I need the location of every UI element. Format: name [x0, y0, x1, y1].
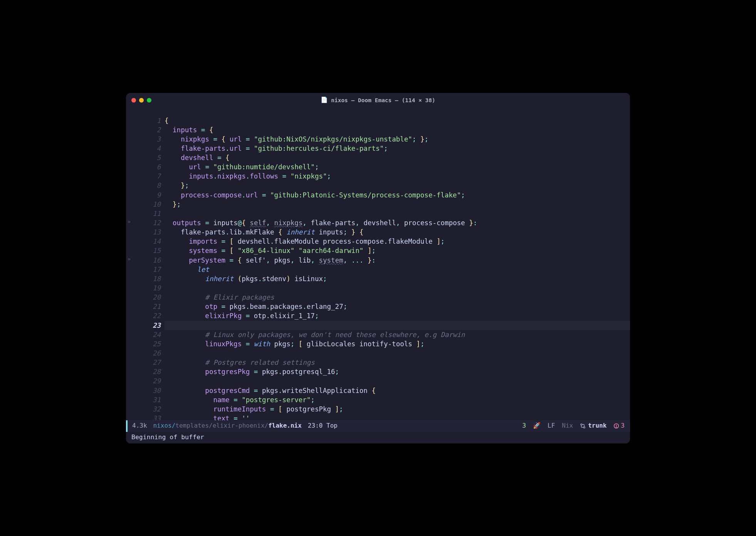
line-number: 32: [126, 405, 161, 414]
code-line[interactable]: otp = pkgs.beam.packages.erlang_27;: [165, 302, 630, 311]
window-title: 📄 nixos – Doom Emacs — (114 × 38): [321, 96, 435, 104]
code-line[interactable]: [165, 321, 630, 330]
svg-point-1: [584, 426, 585, 428]
code-line[interactable]: [165, 209, 630, 218]
fold-indicator-icon[interactable]: »: [128, 218, 131, 225]
vc-branch: trunk: [580, 421, 606, 430]
code-line[interactable]: name = "postgres-server";: [165, 395, 630, 405]
modeline: 4.3k nixos/templates/elixir-phoenix/flak…: [126, 420, 630, 432]
line-number: 1: [126, 116, 161, 125]
code-line[interactable]: [165, 349, 630, 358]
code-line[interactable]: let: [165, 265, 630, 274]
line-number: 2: [126, 125, 161, 135]
line-number: 5: [126, 153, 161, 162]
line-number: 24: [126, 330, 161, 339]
line-number: 28: [126, 367, 161, 376]
code-content[interactable]: { inputs = { nixpkgs = { url = "github:N…: [165, 116, 630, 420]
code-line[interactable]: imports = [ devshell.flakeModule process…: [165, 237, 630, 246]
code-line[interactable]: process-compose.url = "github:Platonic-S…: [165, 190, 630, 200]
line-number: 4: [126, 144, 161, 153]
encoding: LF: [548, 421, 555, 430]
line-number: 10: [126, 200, 161, 209]
code-line[interactable]: runtimeInputs = [ postgresPkg ];: [165, 405, 630, 414]
code-line[interactable]: postgresCmd = pkgs.writeShellApplication…: [165, 386, 630, 395]
lsp-count: 3: [522, 421, 526, 430]
line-number: 26: [126, 349, 161, 358]
line-number: 29: [126, 376, 161, 386]
editor-area[interactable]: 1 2 3 4 5 6 7 8 91011»12131415»161718192…: [126, 108, 630, 420]
svg-point-0: [581, 424, 582, 425]
line-number: 22: [126, 311, 161, 320]
code-line[interactable]: inherit (pkgs.stdenv) isLinux;: [165, 274, 630, 283]
zoom-icon[interactable]: [147, 98, 151, 103]
line-number: 7: [126, 172, 161, 181]
code-line[interactable]: perSystem = { self', pkgs, lib, system, …: [165, 256, 630, 265]
code-line[interactable]: nixpkgs = { url = "github:NixOS/nixpkgs/…: [165, 135, 630, 144]
code-line[interactable]: text = '': [165, 414, 630, 420]
line-number: 13: [126, 228, 161, 237]
modeline-accent-bar: [126, 420, 128, 432]
code-line[interactable]: # Elixir packages: [165, 293, 630, 302]
minimize-icon[interactable]: [139, 98, 144, 103]
error-icon: [613, 423, 619, 429]
error-count: 3: [613, 421, 625, 430]
line-number: »16: [126, 256, 161, 265]
code-line[interactable]: devshell = {: [165, 153, 630, 162]
line-number: 6: [126, 162, 161, 172]
code-line[interactable]: # Linux only packages, we don't need the…: [165, 330, 630, 339]
echo-area: Beginning of buffer: [126, 432, 630, 443]
title-text: nixos – Doom Emacs — (114 × 38): [331, 96, 435, 104]
file-icon: 📄: [321, 96, 328, 104]
titlebar: 📄 nixos – Doom Emacs — (114 × 38): [126, 93, 630, 108]
buffer-path: nixos/templates/elixir-phoenix/flake.nix: [153, 421, 302, 430]
fold-indicator-icon[interactable]: »: [128, 256, 131, 263]
traffic-lights: [131, 98, 151, 103]
code-line[interactable]: inputs.nixpkgs.follows = "nixpkgs";: [165, 172, 630, 181]
line-number: 21: [126, 302, 161, 311]
code-line[interactable]: linuxPkgs = with pkgs; [ glibcLocales in…: [165, 339, 630, 349]
code-line[interactable]: url = "github:numtide/devshell";: [165, 162, 630, 172]
line-number: 25: [126, 339, 161, 349]
line-number: 19: [126, 283, 161, 293]
rocket-icon: 🚀: [533, 421, 541, 430]
line-number: 20: [126, 293, 161, 302]
line-number: 11: [126, 209, 161, 218]
code-line[interactable]: };: [165, 181, 630, 190]
line-number: 3: [126, 135, 161, 144]
line-number: 31: [126, 395, 161, 405]
code-line[interactable]: };: [165, 200, 630, 209]
code-line[interactable]: inputs = {: [165, 125, 630, 135]
code-line[interactable]: outputs = inputs@{ self, nixpkgs, flake-…: [165, 218, 630, 228]
git-compare-icon: [580, 423, 586, 429]
code-line[interactable]: postgresPkg = pkgs.postgresql_16;: [165, 367, 630, 376]
line-number: 9: [126, 190, 161, 200]
line-number: 17: [126, 265, 161, 274]
code-line[interactable]: [165, 376, 630, 386]
svg-point-4: [616, 427, 617, 427]
line-number-gutter: 1 2 3 4 5 6 7 8 91011»12131415»161718192…: [126, 116, 165, 420]
line-number: 15: [126, 246, 161, 255]
line-number: 30: [126, 386, 161, 395]
line-number: 33: [126, 414, 161, 420]
line-number: 14: [126, 237, 161, 246]
code-line[interactable]: flake-parts.lib.mkFlake { inherit inputs…: [165, 228, 630, 237]
line-number: 8: [126, 181, 161, 190]
buffer-size: 4.3k: [132, 421, 147, 430]
line-number: 27: [126, 358, 161, 367]
close-icon[interactable]: [131, 98, 136, 103]
code-line[interactable]: elixirPkg = otp.elixir_1_17;: [165, 311, 630, 320]
code-line[interactable]: [165, 283, 630, 293]
line-number: 23: [126, 321, 161, 330]
code-line[interactable]: {: [165, 116, 630, 125]
cursor-position: 23:0 Top: [308, 421, 338, 430]
major-mode: Nix: [562, 421, 573, 430]
editor-window: 📄 nixos – Doom Emacs — (114 × 38) 1 2 3 …: [126, 93, 630, 443]
code-line[interactable]: systems = [ "x86_64-linux" "aarch64-darw…: [165, 246, 630, 255]
code-line[interactable]: flake-parts.url = "github:hercules-ci/fl…: [165, 144, 630, 153]
line-number: »12: [126, 218, 161, 228]
line-number: 18: [126, 274, 161, 283]
code-line[interactable]: # Postgres related settings: [165, 358, 630, 367]
modeline-right: 3 🚀 LF Nix trunk 3: [522, 421, 630, 430]
